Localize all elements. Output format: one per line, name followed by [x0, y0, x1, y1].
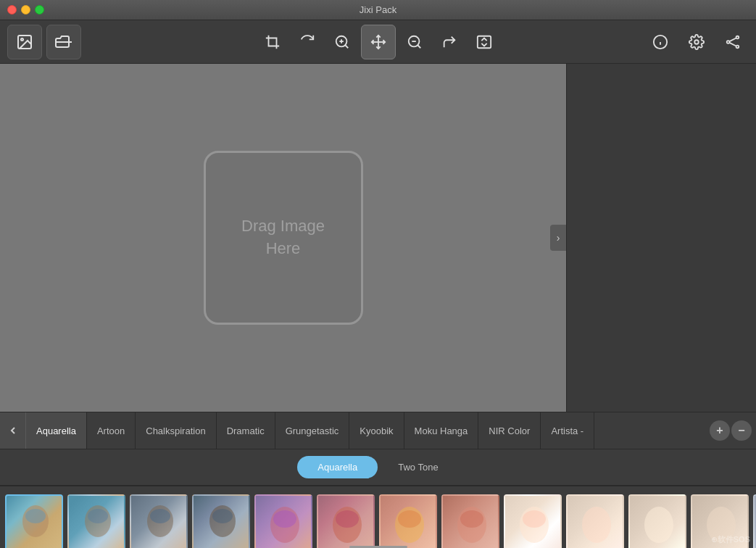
tab-dramatic[interactable]: Dramatic [217, 412, 275, 449]
svg-point-37 [460, 510, 483, 528]
info-button[interactable] [644, 26, 676, 58]
svg-point-42 [707, 507, 736, 543]
svg-point-1 [21, 38, 23, 41]
style-thumb-03[interactable] [130, 494, 188, 549]
sub-tab-aquarella[interactable]: Aquarella [297, 456, 378, 478]
svg-point-29 [212, 509, 233, 523]
svg-point-41 [644, 507, 673, 543]
app-title: Jixi Pack [360, 4, 396, 15]
style-item-03[interactable]: Style 03 [129, 494, 188, 549]
right-panel [566, 64, 756, 412]
move-button[interactable] [361, 25, 396, 59]
panel-toggle-button[interactable]: › [550, 225, 566, 251]
crop-button[interactable] [257, 26, 288, 58]
style-item-13[interactable]: Style 13 [752, 494, 756, 549]
settings-button[interactable] [681, 26, 713, 58]
style-item-09[interactable]: Style 09 [503, 494, 562, 549]
sub-tabs-bar: Aquarella Two Tone [0, 449, 756, 486]
category-bar: Aquarella Artoon Chalkspiration Dramatic… [0, 412, 756, 449]
add-category-button[interactable]: + [710, 420, 730, 441]
svg-line-20 [729, 38, 736, 41]
svg-point-27 [150, 509, 170, 523]
svg-point-33 [336, 510, 359, 528]
tab-grungetastic[interactable]: Grungetastic [275, 412, 350, 449]
style-thumb-02[interactable] [67, 494, 125, 549]
sub-tab-two-tone[interactable]: Two Tone [378, 456, 458, 478]
style-item-01[interactable]: Style 01 [4, 494, 64, 549]
window-controls[interactable] [7, 5, 44, 14]
style-item-07[interactable]: Style 07 [378, 494, 438, 549]
svg-point-18 [736, 36, 739, 38]
svg-point-40 [582, 507, 611, 543]
style-thumb-04[interactable] [192, 494, 250, 549]
style-thumb-12[interactable] [691, 494, 749, 549]
toolbar-left [7, 25, 81, 59]
style-item-08[interactable]: Style 08 [441, 494, 500, 549]
rotate-button[interactable] [291, 26, 323, 58]
style-thumb-09[interactable] [504, 494, 562, 549]
minimize-button[interactable] [21, 5, 30, 14]
tab-artoon[interactable]: Artoon [87, 412, 136, 449]
close-button[interactable] [7, 5, 17, 14]
svg-point-17 [727, 41, 730, 43]
remove-category-button[interactable]: − [731, 420, 752, 441]
svg-line-21 [729, 42, 736, 46]
style-item-04[interactable]: Style 04 [191, 494, 251, 549]
tab-moku-hanga[interactable]: Moku Hanga [404, 412, 479, 449]
style-item-05[interactable]: Style 05 [254, 494, 313, 549]
zoom-in-button[interactable] [326, 26, 358, 58]
category-tabs: Aquarella Artoon Chalkspiration Dramatic… [26, 412, 705, 449]
svg-point-23 [25, 509, 46, 523]
style-thumb-06[interactable] [317, 494, 375, 549]
tab-chalkspiration[interactable]: Chalkspiration [136, 412, 216, 449]
drag-drop-target[interactable]: Drag Image Here [204, 151, 363, 325]
open-folder-button[interactable] [46, 25, 81, 59]
drag-text-line2: Here [241, 238, 325, 260]
svg-line-4 [345, 45, 348, 48]
svg-point-39 [523, 510, 546, 528]
style-thumb-01[interactable] [5, 494, 63, 549]
style-item-02[interactable]: Style 02 [67, 494, 126, 549]
tab-artista[interactable]: Artista - [541, 412, 594, 449]
category-actions: + − [705, 420, 756, 441]
style-thumb-07[interactable] [379, 494, 437, 549]
toolbar [0, 20, 756, 64]
style-thumb-11[interactable] [628, 494, 686, 549]
svg-point-31 [273, 510, 296, 528]
style-thumb-13[interactable] [753, 494, 756, 549]
tab-nir-color[interactable]: NIR Color [478, 412, 541, 449]
main-content: Drag Image Here › [0, 64, 756, 412]
zoom-out-button[interactable] [399, 26, 431, 58]
canvas-area[interactable]: Drag Image Here › [0, 64, 566, 412]
style-thumb-08[interactable] [441, 494, 499, 549]
svg-point-25 [88, 509, 108, 523]
svg-line-10 [418, 45, 420, 48]
title-bar: Jixi Pack [0, 0, 756, 20]
style-item-06[interactable]: Style 06 [316, 494, 375, 549]
category-scroll-left[interactable] [0, 412, 26, 449]
toolbar-right [644, 26, 749, 58]
redo-button[interactable] [433, 26, 465, 58]
drag-text-line1: Drag Image [241, 215, 325, 238]
svg-point-35 [398, 510, 421, 528]
toolbar-center [257, 25, 500, 59]
style-item-11[interactable]: Style 11 [628, 494, 687, 549]
svg-point-19 [736, 45, 739, 48]
styles-area: Style 01 Style 02 Style 03 Style 04 [0, 486, 756, 548]
svg-point-16 [694, 40, 699, 44]
open-image-button[interactable] [7, 25, 42, 59]
maximize-button[interactable] [35, 5, 44, 14]
share-button[interactable] [717, 26, 749, 58]
style-item-12[interactable]: Style 12 [690, 494, 749, 549]
style-thumb-10[interactable] [566, 494, 624, 549]
fit-window-button[interactable] [468, 26, 500, 58]
style-thumb-05[interactable] [254, 494, 312, 549]
tab-aquarella[interactable]: Aquarella [26, 412, 87, 449]
tab-kyoobik[interactable]: Kyoobik [349, 412, 404, 449]
style-item-10[interactable]: Style 10 [565, 494, 625, 549]
